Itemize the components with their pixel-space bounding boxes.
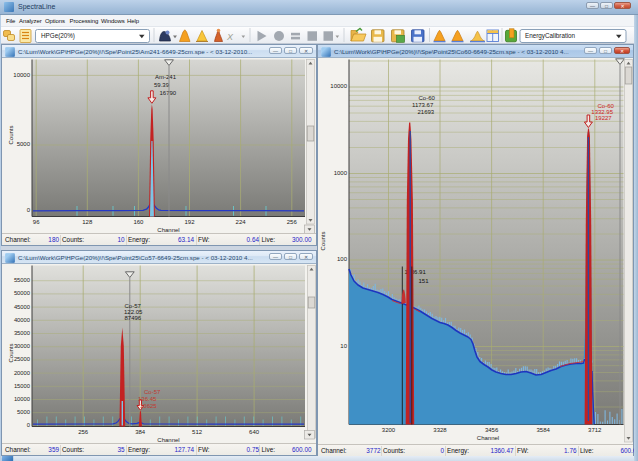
svg-text:16790: 16790: [160, 90, 177, 96]
svg-text:25000: 25000: [14, 356, 30, 362]
svg-text:3456: 3456: [485, 427, 499, 433]
svg-text:30000: 30000: [14, 343, 30, 349]
svg-text:45000: 45000: [14, 304, 30, 310]
svg-text:122.05: 122.05: [124, 309, 143, 315]
svg-text:10000: 10000: [13, 72, 30, 78]
svg-text:224: 224: [236, 219, 247, 225]
svg-text:59.39: 59.39: [154, 82, 170, 88]
svg-text:160: 160: [133, 219, 144, 225]
svg-text:HPGe(20%): HPGe(20%): [41, 32, 75, 40]
svg-text:Am-241: Am-241: [155, 74, 177, 80]
svg-text:640: 640: [249, 429, 260, 435]
svg-text:3584: 3584: [537, 427, 551, 433]
svg-text:Co-57: Co-57: [125, 303, 142, 309]
svg-text:136.45: 136.45: [138, 396, 157, 402]
svg-text:21693: 21693: [418, 109, 435, 115]
svg-text:384: 384: [135, 429, 146, 435]
svg-text:87496: 87496: [125, 315, 142, 321]
svg-text:Co-60: Co-60: [598, 103, 615, 109]
svg-text:1173.67: 1173.67: [412, 102, 434, 108]
svg-text:Counts: Counts: [8, 343, 14, 362]
svg-text:Co-57: Co-57: [144, 389, 161, 395]
svg-text:3328: 3328: [433, 427, 447, 433]
svg-text:10: 10: [340, 343, 347, 349]
svg-text:100: 100: [337, 256, 348, 262]
svg-text:Channel: Channel: [157, 437, 179, 443]
svg-text:512: 512: [192, 429, 203, 435]
svg-text:10000: 10000: [14, 396, 30, 402]
svg-text:0: 0: [27, 207, 31, 213]
svg-text:Channel: Channel: [477, 435, 499, 441]
svg-text:3712: 3712: [588, 427, 602, 433]
svg-text:Counts: Counts: [8, 125, 14, 144]
svg-text:10000: 10000: [330, 83, 347, 89]
svg-text:Χ: Χ: [226, 32, 234, 42]
svg-text:128: 128: [82, 219, 93, 225]
svg-text:20000: 20000: [14, 370, 30, 376]
svg-text:EnergyCalibration: EnergyCalibration: [525, 32, 576, 40]
svg-text:96: 96: [33, 219, 40, 225]
svg-text:5000: 5000: [17, 409, 30, 415]
svg-text:256: 256: [78, 429, 89, 435]
svg-text:50000: 50000: [14, 290, 30, 296]
svg-text:55000: 55000: [14, 277, 30, 283]
svg-text:3200: 3200: [382, 427, 396, 433]
svg-text:1000: 1000: [334, 170, 348, 176]
svg-text:Counts: Counts: [320, 231, 326, 250]
svg-text:35000: 35000: [14, 330, 30, 336]
svg-text:5000: 5000: [17, 141, 31, 147]
svg-text:15000: 15000: [14, 383, 30, 389]
svg-text:40000: 40000: [14, 317, 30, 323]
svg-text:19227: 19227: [595, 115, 612, 121]
svg-text:151: 151: [419, 278, 430, 284]
svg-text:10625: 10625: [140, 403, 157, 409]
svg-text:192: 192: [184, 219, 195, 225]
svg-text:Co-60: Co-60: [419, 95, 436, 101]
svg-text:256: 256: [287, 219, 298, 225]
svg-text:0: 0: [27, 422, 30, 428]
